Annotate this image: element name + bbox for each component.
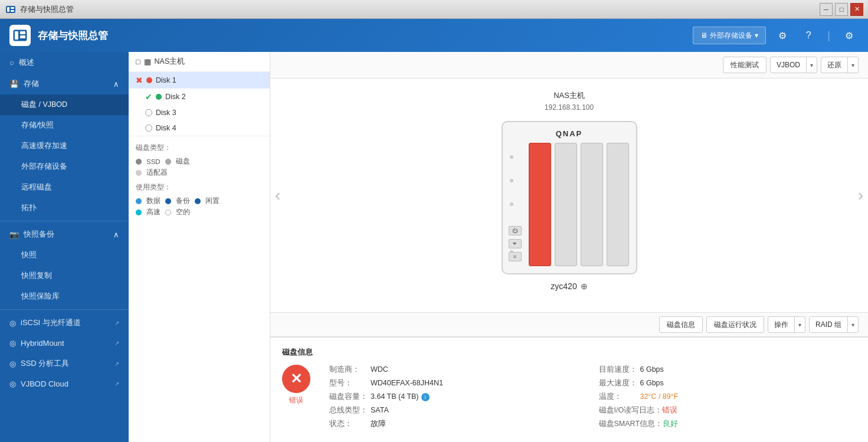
spare-dot xyxy=(195,198,201,204)
titlebar: 存储与快照总管 ─ □ ✕ xyxy=(0,0,868,19)
filter-ssd-label: SSD xyxy=(146,158,161,165)
tree-disk4-label: Disk 4 xyxy=(156,124,176,132)
hybridmount-icon: ◎ xyxy=(9,339,16,348)
sidebar-snapshot-backup-header[interactable]: 📷 快照备份 ∧ xyxy=(0,224,129,245)
sidebar-item-hybridmount[interactable]: ◎ HybridMount ↗ xyxy=(0,333,129,353)
smart-row: 磁盘SMART信息： 良好 xyxy=(599,419,857,429)
filter-backup-label: 备份 xyxy=(176,197,190,205)
disk-error-status: ✕ 错误 xyxy=(282,365,310,405)
status-row: 状态： 故障 xyxy=(329,419,587,429)
restore-dropdown-arrow[interactable]: ▾ xyxy=(848,57,858,73)
tree-item-disk1[interactable]: ✖ Disk 1 xyxy=(129,72,270,89)
next-device-arrow[interactable]: › xyxy=(858,186,863,205)
manufacturer-key: 制造商： xyxy=(329,365,371,375)
nas-brand-label: QNAP xyxy=(510,129,629,138)
tree-item-disk3[interactable]: Disk 3 xyxy=(129,105,270,120)
restore-dropdown: 还原 ▾ xyxy=(821,57,859,73)
svg-rect-6 xyxy=(20,31,25,34)
sidebar-storage-header[interactable]: 💾 存储 ∧ xyxy=(0,73,129,94)
restore-dropdown-label[interactable]: 还原 xyxy=(821,57,848,73)
prev-device-arrow[interactable]: ‹ xyxy=(275,186,280,205)
svg-rect-5 xyxy=(15,31,18,40)
hdd-dot xyxy=(165,159,171,165)
max-speed-row: 最大速度： 6 Gbps xyxy=(599,378,857,388)
sidebar-item-remote[interactable]: 远程磁盘 xyxy=(0,177,129,198)
sidebar-item-snapshot[interactable]: 存储/快照 xyxy=(0,115,129,136)
iscsi-icon: ◎ xyxy=(9,319,16,328)
storage-collapse-icon: ∧ xyxy=(113,80,119,89)
speed-key: 目前速度： xyxy=(599,365,640,375)
drive-bay-4 xyxy=(607,143,629,266)
tree-disk3-label: Disk 3 xyxy=(156,109,176,117)
capacity-val: 3.64 TB (4 TB) xyxy=(371,392,419,401)
sidebar-cache-label: 高速缓存加速 xyxy=(21,141,67,151)
sidebar-snapshot-item-label: 快照 xyxy=(21,250,37,260)
model-val: WD40EFAX-68JH4N1 xyxy=(371,379,443,387)
nas-name-row: zyc420 ⊕ xyxy=(551,281,587,291)
filter-data-label: 数据 xyxy=(146,197,161,205)
temp-key: 温度： xyxy=(599,392,640,402)
model-row: 型号： WD40EFAX-68JH4N1 xyxy=(329,378,587,388)
sidebar-item-cache[interactable]: 高速缓存加速 xyxy=(0,136,129,156)
sidebar-item-snapshot-copy[interactable]: 快照复制 xyxy=(0,266,129,286)
svg-rect-2 xyxy=(11,7,14,9)
maximize-button[interactable]: □ xyxy=(835,3,848,16)
sidebar-snapshot-label: 存储/快照 xyxy=(21,120,54,130)
sidebar-ssd-label: SSD 分析工具 xyxy=(21,358,69,369)
sidebar-item-disk-vjbod[interactable]: 磁盘 / VJBOD xyxy=(0,94,129,115)
model-key: 型号： xyxy=(329,378,371,388)
highspeed-dot xyxy=(136,209,142,215)
disk-status-button[interactable]: 磁盘运行状况 xyxy=(706,316,764,333)
topbar-help-button[interactable]: ? xyxy=(799,26,818,45)
vjbod-dropdown-arrow[interactable]: ▾ xyxy=(807,57,817,73)
operation-dropdown-label[interactable]: 操作 xyxy=(768,317,795,332)
manufacturer-val: WDC xyxy=(371,365,388,374)
data-dot xyxy=(136,198,142,204)
io-log-key: 磁盘I/O读写日志： xyxy=(599,405,663,415)
external-storage-button[interactable]: 🖥 外部存储设备 ▾ xyxy=(693,27,766,44)
bus-val: SATA xyxy=(371,406,389,414)
raid-dropdown-arrow[interactable]: ▾ xyxy=(848,317,858,332)
sidebar-item-snapshot-vault[interactable]: 快照保险库 xyxy=(0,286,129,307)
filter-hdd-label: 磁盘 xyxy=(176,157,190,166)
sidebar-item-overview[interactable]: ○ 概述 xyxy=(0,52,129,73)
disk-info-button[interactable]: 磁盘信息 xyxy=(659,316,703,333)
snapshot-backup-collapse-icon: ∧ xyxy=(113,230,119,239)
topbar-gear-button[interactable]: ⚙ xyxy=(773,26,792,45)
tree-item-disk2[interactable]: ✔ Disk 2 xyxy=(129,89,270,105)
minimize-button[interactable]: ─ xyxy=(820,3,833,16)
sidebar-item-vjbod-cloud[interactable]: ◎ VJBOD Cloud ↗ xyxy=(0,374,129,394)
led3 xyxy=(510,202,513,206)
sidebar-item-external[interactable]: 外部存储设备 xyxy=(0,156,129,177)
disk-info-section-title: 磁盘信息 xyxy=(282,347,856,358)
topbar-settings-button[interactable]: ⚙ xyxy=(840,26,859,45)
nas-device-name: zyc420 xyxy=(551,281,577,291)
speed-val: 6 Gbps xyxy=(640,365,664,374)
led2 xyxy=(510,179,513,182)
sidebar-item-snapshot-item[interactable]: 快照 xyxy=(0,245,129,266)
performance-test-button[interactable]: 性能测试 xyxy=(723,57,767,73)
zoom-icon[interactable]: ⊕ xyxy=(581,281,588,291)
operation-dropdown-arrow[interactable]: ▾ xyxy=(795,317,805,332)
sidebar-storage-label: 存储 xyxy=(24,78,39,89)
external-storage-label: 外部存储设备 xyxy=(710,31,752,41)
sidebar-item-iscsi[interactable]: ◎ iSCSI 与光纤通道 ↗ xyxy=(0,312,129,333)
max-speed-key: 最大速度： xyxy=(599,378,640,388)
capacity-info-icon[interactable]: i xyxy=(421,393,430,401)
raid-dropdown-label[interactable]: RAID 组 xyxy=(810,317,848,332)
nas-ip: 192.168.31.100 xyxy=(545,103,594,112)
close-button[interactable]: ✕ xyxy=(850,3,863,16)
sidebar-item-topology[interactable]: 拓扑 xyxy=(0,198,129,218)
sidebar-item-ssd[interactable]: ◎ SSD 分析工具 ↗ xyxy=(0,353,129,374)
led1 xyxy=(510,155,513,159)
filter-usage-row: 数据 备份 闲置 xyxy=(136,197,263,205)
svg-rect-7 xyxy=(20,35,25,38)
tree-item-disk4[interactable]: Disk 4 xyxy=(129,120,270,136)
storage-icon: 💾 xyxy=(9,80,19,89)
hybridmount-external-icon: ↗ xyxy=(114,340,119,346)
disk-type-title: 磁盘类型： xyxy=(136,143,263,152)
window-controls: ─ □ ✕ xyxy=(820,3,863,16)
usage-type-title: 使用类型： xyxy=(136,183,263,192)
temp-row: 温度： 32°C / 89°F xyxy=(599,392,857,402)
vjbod-dropdown-label[interactable]: VJBOD xyxy=(771,57,807,73)
